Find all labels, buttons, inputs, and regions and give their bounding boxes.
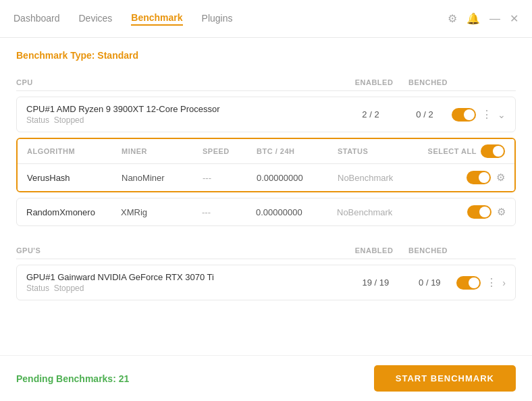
algo-header-status: STATUS (338, 147, 428, 155)
algo-status-randomxmonero: NoBenchmark (337, 207, 467, 217)
algo-name-verushash: VerusHash (27, 173, 122, 183)
gpu-section: GPU'S ENABLED BENCHED GPU#1 Gainward NVI… (16, 242, 516, 300)
gpu-device-row: GPU#1 Gainward NVIDIA GeForce RTX 3070 T… (16, 265, 516, 300)
gpu-benched-header: BENCHED (401, 246, 455, 255)
gpu-device-status: Status Stopped (26, 284, 348, 293)
main-window: Dashboard Devices Benchmark Plugins ⚙ 🔔 … (0, 0, 532, 401)
algo-header-selectall: SELECT ALL (428, 144, 505, 158)
algo-speed-verushash: --- (203, 173, 257, 183)
cpu-chevron-icon[interactable]: ⌄ (498, 109, 506, 120)
algo-table-header: ALGORITHM MINER SPEED BTC / 24H STATUS S… (18, 139, 514, 164)
algo-btc-randomxmonero: 0.00000000 (256, 207, 337, 217)
algo-gear-icon-randomxmonero[interactable]: ⚙ (497, 206, 506, 218)
cpu-device-name: CPU#1 AMD Ryzen 9 3900XT 12-Core Process… (26, 104, 344, 114)
algo-miner-randomxmonero: XMRig (121, 207, 202, 217)
algo-header-btc: BTC / 24H (257, 147, 338, 155)
cpu-section-header: CPU ENABLED BENCHED (16, 74, 516, 91)
nav-item-devices[interactable]: Devices (79, 13, 113, 25)
benchmark-type-row: Benchmark Type: Standard (16, 50, 516, 61)
algo-header-speed: SPEED (203, 147, 257, 155)
bell-icon[interactable]: 🔔 (467, 12, 480, 25)
algo-row-randomxmonero: RandomXmonero XMRig --- 0.00000000 NoBen… (16, 198, 516, 226)
algo-miner-verushash: NanoMiner (122, 173, 203, 183)
footer: Pending Benchmarks: 21 START BENCHMARK (0, 355, 532, 401)
nav-item-dashboard[interactable]: Dashboard (14, 13, 60, 25)
cpu-benched-header: BENCHED (401, 78, 455, 86)
algo-table-highlighted: ALGORITHM MINER SPEED BTC / 24H STATUS S… (16, 138, 516, 192)
nav-item-benchmark[interactable]: Benchmark (131, 12, 182, 26)
gpu-device-info: GPU#1 Gainward NVIDIA GeForce RTX 3070 T… (26, 272, 348, 293)
cpu-toggle[interactable] (452, 108, 476, 122)
cpu-device-row: CPU#1 AMD Ryzen 9 3900XT 12-Core Process… (16, 97, 516, 132)
algo-btc-verushash: 0.00000000 (257, 173, 338, 183)
algo-speed-randomxmonero: --- (202, 207, 256, 217)
algo-toggle-randomxmonero[interactable] (467, 205, 491, 219)
cpu-enabled-header: ENABLED (347, 78, 401, 86)
gpu-enabled-header: ENABLED (347, 246, 401, 255)
algo-status-verushash: NoBenchmark (338, 173, 467, 183)
algo-toggle-verushash[interactable] (467, 171, 491, 184)
algo-header-algorithm: ALGORITHM (27, 147, 122, 155)
gpu-status-label: Status (26, 284, 49, 293)
algo-select-all-label: SELECT ALL (428, 147, 477, 155)
algo-select-all-toggle[interactable] (481, 144, 505, 158)
gpu-device-name: GPU#1 Gainward NVIDIA GeForce RTX 3070 T… (26, 272, 348, 282)
start-benchmark-button[interactable]: START BENCHMARK (374, 365, 516, 392)
cpu-enabled-value: 2 / 2 (344, 109, 398, 119)
gpu-status-value: Stopped (54, 284, 84, 293)
algo-gear-icon-verushash[interactable]: ⚙ (496, 171, 505, 184)
cpu-section-label: CPU (16, 78, 347, 86)
algo-actions-verushash: ⚙ (467, 171, 505, 184)
cpu-device-status: Status Stopped (26, 115, 344, 125)
algo-actions-randomxmonero: ⚙ (467, 205, 506, 219)
cpu-benched-value: 0 / 2 (398, 109, 452, 119)
gpu-dots-icon[interactable]: ⋮ (486, 276, 497, 289)
close-icon[interactable]: ✕ (510, 12, 518, 25)
gpu-benched-value: 0 / 19 (402, 277, 456, 288)
nav-items: Dashboard Devices Benchmark Plugins (14, 12, 448, 26)
navbar: Dashboard Devices Benchmark Plugins ⚙ 🔔 … (0, 0, 532, 38)
cpu-dots-icon[interactable]: ⋮ (481, 108, 492, 121)
gpu-device-actions: ⋮ › (456, 276, 506, 290)
gpu-section-label: GPU'S (16, 246, 347, 255)
algo-header-miner: MINER (122, 147, 203, 155)
minimize-icon[interactable]: — (489, 13, 500, 25)
gpu-toggle[interactable] (456, 276, 481, 290)
cpu-section: CPU ENABLED BENCHED CPU#1 AMD Ryzen 9 39… (16, 74, 516, 226)
benchmark-type-label: Benchmark Type: (16, 50, 95, 61)
settings-icon[interactable]: ⚙ (448, 12, 457, 25)
algo-row-verushash: VerusHash NanoMiner --- 0.00000000 NoBen… (18, 164, 514, 191)
nav-item-plugins[interactable]: Plugins (202, 13, 233, 25)
pending-benchmarks-label: Pending Benchmarks: 21 (16, 373, 129, 384)
algo-name-randomxmonero: RandomXmonero (26, 207, 121, 217)
cpu-status-value: Stopped (54, 115, 84, 125)
content-area: Benchmark Type: Standard CPU ENABLED BEN… (0, 38, 532, 355)
cpu-status-label: Status (26, 115, 49, 125)
nav-controls: ⚙ 🔔 — ✕ (448, 12, 518, 25)
cpu-device-info: CPU#1 AMD Ryzen 9 3900XT 12-Core Process… (26, 104, 344, 125)
benchmark-type-value: Standard (97, 50, 138, 61)
gpu-enabled-value: 19 / 19 (348, 277, 402, 288)
gpu-chevron-icon[interactable]: › (502, 277, 506, 288)
cpu-device-actions: ⋮ ⌄ (452, 108, 506, 122)
gpu-section-header: GPU'S ENABLED BENCHED (16, 242, 516, 259)
